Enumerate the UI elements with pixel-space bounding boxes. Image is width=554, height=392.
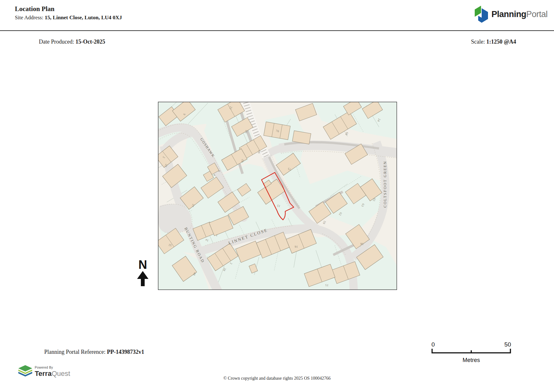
house-number: 56 <box>360 242 364 246</box>
house-number: 15 <box>325 284 328 287</box>
site-address-label: Site Address: <box>15 15 43 21</box>
terraquest-powered-by: Powered By <box>35 366 70 369</box>
date-produced-label: Date Produced: <box>39 39 74 45</box>
scale-bar-end: 50 <box>504 341 511 348</box>
house-number: 16 <box>294 245 298 249</box>
planning-reference-value: PP-14398732v1 <box>107 349 144 355</box>
scale-bar-start: 0 <box>431 341 435 348</box>
planning-portal-logo-icon <box>474 5 489 23</box>
planning-portal-wordmark: PlanningPortal <box>491 9 548 19</box>
house-number: 32 <box>168 244 172 247</box>
planning-reference-label: Planning Portal Reference: <box>44 349 105 355</box>
site-address-value: 15, Linnet Close, Luton, LU4 0XJ <box>45 15 122 21</box>
street-label-coltsfoot-green: COLTSFOOT GREEN <box>383 161 387 208</box>
logo-text-planning: Planning <box>491 9 526 19</box>
terraquest-wordmark: Powered By TerraQuest <box>35 366 70 377</box>
planning-reference-line: Planning Portal Reference: PP-14398732v1 <box>44 349 144 355</box>
scale-bar-rule <box>431 348 511 354</box>
location-plan-map: GOSHAWKBUNTING ROADLINNET CLOSECOLTSFOOT… <box>158 102 397 290</box>
north-label: N <box>135 258 151 271</box>
house-number: 75 <box>287 167 291 171</box>
house-number: 76 <box>275 129 279 133</box>
date-produced-value: 15-Oct-2025 <box>75 39 105 45</box>
header-divider <box>0 30 554 31</box>
planning-portal-logo: PlanningPortal <box>474 5 548 23</box>
logo-text-portal: Portal <box>526 9 548 19</box>
scale-bar-unit: Metres <box>431 357 511 364</box>
date-produced-line: Date Produced: 15-Oct-2025 <box>39 39 105 45</box>
copyright-notice: © Crown copyright and database rights 20… <box>0 376 554 381</box>
scale-line: Scale: 1:1250 @A4 <box>471 39 516 45</box>
page-title: Location Plan <box>15 5 54 13</box>
scale-bar: 0 50 Metres <box>431 341 511 364</box>
north-indicator: N <box>135 258 151 287</box>
location-plan-page: { "header": { "title": "Location Plan", … <box>0 0 554 392</box>
site-address-line: Site Address: 15, Linnet Close, Luton, L… <box>15 15 122 21</box>
north-arrow-icon <box>136 271 149 286</box>
map-canvas: GOSHAWKBUNTING ROADLINNET CLOSECOLTSFOOT… <box>158 102 397 290</box>
scale-label: Scale: <box>471 39 485 45</box>
scale-value: 1:1250 @A4 <box>486 39 516 45</box>
